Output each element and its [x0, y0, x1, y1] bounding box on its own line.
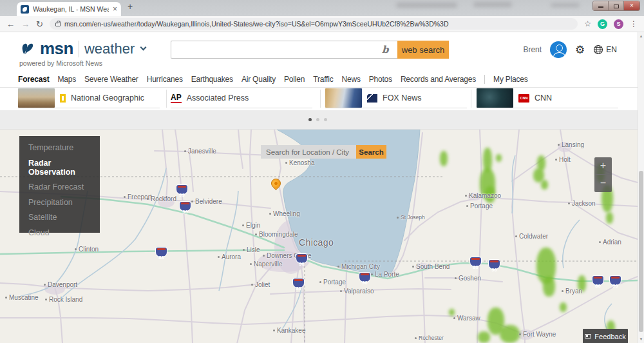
radar-blob — [543, 277, 555, 297]
nav-item[interactable]: Earthquakes — [191, 75, 233, 84]
cnn-logo-icon: CNN — [518, 94, 529, 103]
carousel-dot[interactable] — [324, 118, 327, 121]
brand[interactable]: msn weather — [19, 39, 146, 59]
secure-lock-icon — [55, 23, 61, 26]
powered-by-tagline: powered by Microsoft News — [19, 59, 102, 67]
nav-item[interactable]: News — [342, 75, 361, 84]
map-label: Kankakee — [273, 327, 305, 334]
nav-item[interactable]: Photos — [369, 75, 392, 84]
news-card[interactable]: National Geographic — [18, 88, 160, 108]
nav-item[interactable]: Hurricanes — [147, 75, 183, 84]
card-source-name: Associated Press — [187, 93, 249, 103]
nav-item[interactable]: Records and Averages — [401, 75, 476, 84]
radar-blob — [500, 325, 520, 343]
map-label: Bloomingdale — [255, 231, 298, 238]
nav-item[interactable]: Severe Weather — [84, 75, 138, 84]
url-input[interactable]: msn.com/en-us/weather/today/Waukegan,Ill… — [50, 18, 578, 30]
profile-avatar-icon[interactable]: S — [614, 19, 623, 29]
close-window-button[interactable]: × — [624, 1, 639, 10]
web-search-input[interactable] — [171, 41, 397, 59]
forward-icon[interactable]: → — [21, 19, 30, 29]
back-icon[interactable]: ← — [6, 19, 15, 29]
carousel-band — [0, 110, 638, 129]
news-card[interactable]: APAssociated Press — [171, 88, 312, 108]
map-label: Michigan City — [337, 263, 380, 270]
map-search-input[interactable] — [261, 145, 356, 159]
feedback-button[interactable]: Feedback — [583, 329, 628, 343]
map-label: Kenosha — [285, 159, 314, 166]
nav-item[interactable]: Forecast — [18, 75, 49, 84]
layer-menu-item[interactable]: Precipitation — [28, 198, 100, 207]
layer-menu-item[interactable]: Radar Forecast — [28, 182, 100, 191]
bing-icon: b — [382, 44, 389, 55]
web-search-button[interactable]: web search — [397, 41, 449, 59]
refresh-icon[interactable]: ↻ — [36, 19, 43, 29]
nav-item[interactable]: Pollen — [284, 75, 305, 84]
msn-header: msn weather powered by Microsoft News b … — [0, 32, 638, 71]
zoom-in-button[interactable]: + — [594, 157, 612, 175]
map-label: Joliet — [251, 281, 270, 288]
map-label: Chicago — [299, 237, 334, 248]
map-label: Wheeling — [269, 210, 300, 217]
map-search-button[interactable]: Search — [356, 145, 386, 159]
news-card[interactable]: FOX News — [325, 88, 467, 108]
radar-blob — [478, 331, 490, 343]
map-label: Portage — [319, 279, 346, 286]
web-search-form: b web search — [171, 41, 449, 59]
bookmark-star-icon[interactable]: ☆ — [584, 19, 591, 28]
background-window-blur — [396, 3, 457, 8]
radar-blob — [440, 151, 448, 166]
layer-menu-item[interactable]: Satellite — [28, 213, 100, 222]
carousel-dots — [308, 118, 327, 121]
weather-map[interactable]: JanesvilleKenoshaFreeportRockfordBelvide… — [0, 129, 638, 343]
interstate-shield-icon: 90 — [359, 273, 370, 282]
close-tab-icon[interactable]: × — [113, 5, 117, 14]
grammarly-extension-icon[interactable]: G — [598, 19, 607, 29]
chevron-down-icon[interactable] — [140, 44, 147, 51]
layer-menu-item[interactable]: Radar Observation — [28, 159, 100, 177]
interstate-shield-icon: 90 — [180, 202, 191, 211]
map-label: Adrian — [599, 239, 621, 246]
tab-title: Waukegan, IL - MSN Weather — [33, 5, 109, 13]
news-card[interactable]: CNNCNN — [477, 88, 618, 108]
scrollbar-thumb[interactable] — [639, 171, 643, 332]
map-label: Coldwater — [515, 233, 548, 240]
carousel-dot[interactable] — [316, 118, 319, 121]
chrome-menu-icon[interactable]: ⋮ — [630, 19, 638, 28]
new-tab-button[interactable]: + — [128, 1, 133, 12]
scroll-up-icon[interactable]: ▲ — [638, 34, 644, 38]
interstate-shield-icon: 90 — [489, 260, 500, 269]
carousel-dot[interactable] — [308, 118, 312, 121]
map-label: Bryan — [562, 288, 582, 295]
layer-menu-item[interactable]: Cloud — [28, 228, 100, 237]
radar-blob — [606, 212, 613, 224]
zoom-out-button[interactable]: − — [594, 175, 612, 192]
map-label: Davenport — [44, 281, 77, 288]
main-nav: ForecastMapsSevere WeatherHurricanesEart… — [0, 71, 638, 88]
radar-blob — [560, 302, 567, 312]
language-selector[interactable]: EN — [593, 44, 617, 55]
browser-tab[interactable]: Waukegan, IL - MSN Weather × — [17, 2, 121, 16]
map-label: Rockford — [147, 195, 176, 202]
nav-item[interactable]: Maps — [57, 75, 76, 84]
weather-section-title[interactable]: weather — [84, 41, 135, 57]
nav-item[interactable]: Air Quality — [242, 75, 276, 84]
map-label: Fort Wayne — [519, 331, 556, 338]
minimize-button[interactable] — [593, 1, 609, 10]
map-label: Portage — [466, 202, 493, 210]
layer-menu-item[interactable]: Temperature — [28, 143, 100, 152]
nav-item[interactable]: Traffic — [313, 75, 333, 84]
radar-blob — [541, 180, 548, 190]
map-label: Janesville — [184, 148, 216, 155]
maximize-button[interactable] — [609, 1, 624, 10]
page-scrollbar[interactable]: ▲ ▼ — [638, 32, 644, 343]
map-layer-menu: TemperatureRadar ObservationRadar Foreca… — [19, 136, 100, 233]
nav-item[interactable]: My Places — [493, 75, 528, 84]
user-name: Brent — [523, 45, 542, 54]
gear-icon[interactable]: ⚙ — [575, 43, 585, 57]
brand-divider — [79, 41, 79, 57]
map-label: Jackson — [568, 200, 596, 207]
user-avatar[interactable] — [550, 41, 567, 58]
msn-weather-favicon — [21, 5, 29, 14]
scroll-down-icon[interactable]: ▼ — [638, 337, 644, 341]
